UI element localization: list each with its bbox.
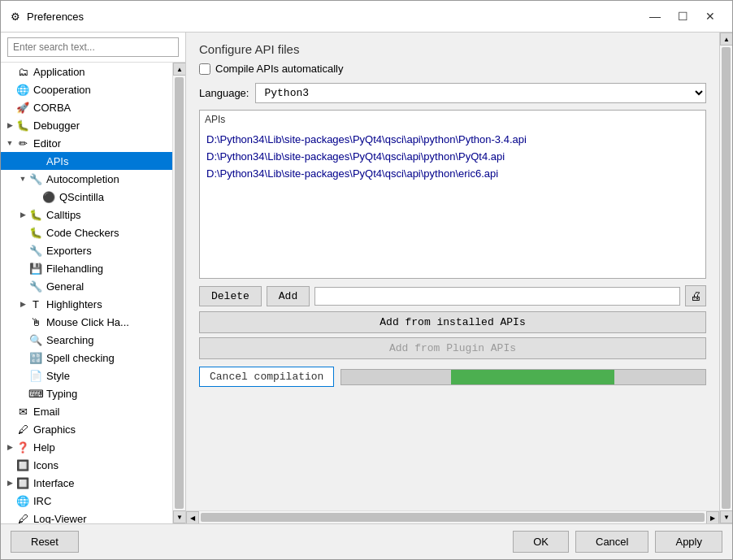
panel-scrollbar[interactable]: ▲ ▼ <box>719 33 732 523</box>
sidebar-item-label-editor: Editor <box>33 137 61 150</box>
icons-icon: 🔲 <box>15 458 30 472</box>
compile-checkbox[interactable] <box>199 63 210 75</box>
sidebar-item-editor[interactable]: ▼✏Editor <box>1 134 172 152</box>
sidebar-item-label-filehandling: Filehandling <box>46 263 103 275</box>
horiz-scroll-right-btn[interactable]: ▶ <box>706 511 719 523</box>
sidebar-item-application[interactable]: 🗂Application <box>1 63 172 80</box>
panel-scroll-thumb[interactable] <box>722 47 731 509</box>
sidebar-item-codecheckers[interactable]: 🐛Code Checkers <box>1 224 172 241</box>
sidebar-item-label-typing: Typing <box>46 388 77 400</box>
language-row: Language: Python3 Python2 C++ JavaScript <box>199 83 706 103</box>
horiz-scrollbar[interactable]: ◀ ▶ <box>186 510 719 523</box>
sidebar-item-typing[interactable]: ⌨Typing <box>1 384 172 402</box>
sidebar-item-logviewer[interactable]: 🖊Log-Viewer <box>1 510 172 523</box>
sidebar-scrollbar[interactable]: ▲ ▼ <box>172 63 185 523</box>
footer-left: Reset <box>11 531 79 553</box>
footer-right: OK Cancel Apply <box>513 531 722 553</box>
sidebar-item-label-exporters: Exporters <box>46 245 92 257</box>
sidebar-item-interface[interactable]: ▶🔲Interface <box>1 474 172 492</box>
sidebar: 🗂Application🌐Cooperation🚀CORBA▶🐛Debugger… <box>1 33 186 523</box>
qscintilla-icon: ⚫ <box>41 189 56 204</box>
scrollbar-down-btn[interactable]: ▼ <box>173 510 185 523</box>
sidebar-item-searching[interactable]: 🔍Searching <box>1 331 172 349</box>
scrollbar-thumb[interactable] <box>175 77 184 509</box>
cooperation-icon: 🌐 <box>15 82 30 97</box>
horiz-scroll-left-btn[interactable]: ◀ <box>186 511 199 523</box>
add-button[interactable]: Add <box>267 286 310 306</box>
titlebar: ⚙ Preferences — ☐ ✕ <box>1 1 732 33</box>
tree-arrow: ▶ <box>4 479 15 487</box>
sidebar-item-apis[interactable]: APIs <box>1 152 172 170</box>
cancel-compile-button[interactable]: Cancel compilation <box>199 367 334 387</box>
sidebar-item-label-email: Email <box>33 406 60 418</box>
typing-icon: ⌨ <box>28 386 43 401</box>
sidebar-inner: 🗂Application🌐Cooperation🚀CORBA▶🐛Debugger… <box>1 63 185 523</box>
sidebar-item-style[interactable]: 📄Style <box>1 367 172 384</box>
sidebar-item-mouseclickha[interactable]: 🖱Mouse Click Ha... <box>1 313 172 331</box>
scrollbar-up-btn[interactable]: ▲ <box>173 63 185 76</box>
language-label: Language: <box>199 87 249 99</box>
calltips-icon: 🐛 <box>28 207 43 222</box>
sidebar-item-label-autocompletion: Autocompletion <box>46 173 119 185</box>
sidebar-item-label-codecheckers: Code Checkers <box>46 227 119 239</box>
sidebar-item-qscintilla[interactable]: ⚫QScintilla <box>1 188 172 206</box>
application-icon: 🗂 <box>15 64 30 79</box>
sidebar-item-label-interface: Interface <box>33 477 75 489</box>
autocompletion-icon: 🔧 <box>28 171 43 186</box>
sidebar-item-cooperation[interactable]: 🌐Cooperation <box>1 80 172 98</box>
panel-scroll-down-btn[interactable]: ▼ <box>720 510 732 523</box>
api-entry: D:\Python34\Lib\site-packages\PyQt4\qsci… <box>206 132 699 149</box>
sidebar-item-debugger[interactable]: ▶🐛Debugger <box>1 116 172 134</box>
maximize-button[interactable]: ☐ <box>670 7 695 25</box>
footer: Reset OK Cancel Apply <box>1 523 732 559</box>
sidebar-item-graphics[interactable]: 🖊Graphics <box>1 420 172 438</box>
tree-arrow: ▶ <box>17 300 28 308</box>
sidebar-item-calltips[interactable]: ▶🐛Calltips <box>1 206 172 224</box>
corba-icon: 🚀 <box>15 100 30 115</box>
apply-button[interactable]: Apply <box>655 531 722 553</box>
sidebar-item-filehandling[interactable]: 💾Filehandling <box>1 259 172 277</box>
close-button[interactable]: ✕ <box>698 7 722 25</box>
file-browse-button[interactable]: 🖨 <box>685 285 706 306</box>
bottom-section: Cancel compilation <box>199 367 706 387</box>
cancel-button[interactable]: Cancel <box>575 531 648 553</box>
help-icon: ❓ <box>15 440 30 454</box>
horiz-scroll-thumb[interactable] <box>201 513 705 522</box>
sidebar-item-autocompletion[interactable]: ▼🔧Autocompletion <box>1 170 172 188</box>
app-icon: ⚙ <box>11 11 20 23</box>
delete-button[interactable]: Delete <box>199 286 262 306</box>
sidebar-item-label-debugger: Debugger <box>33 119 80 132</box>
sidebar-item-label-highlighters: Highlighters <box>46 298 102 310</box>
ok-button[interactable]: OK <box>513 531 569 553</box>
delete-add-row: Delete Add 🖨 <box>199 285 706 306</box>
add-installed-button[interactable]: Add from installed APIs <box>199 311 706 333</box>
sidebar-item-label-icons: Icons <box>33 459 59 471</box>
sidebar-item-spellchecking[interactable]: 🔡Spell checking <box>1 349 172 367</box>
exporters-icon: 🔧 <box>28 243 43 258</box>
tree-arrow: ▼ <box>4 139 15 147</box>
sidebar-item-exporters[interactable]: 🔧Exporters <box>1 241 172 259</box>
file-icon: 🖨 <box>690 289 701 302</box>
highlighters-icon: T <box>28 297 43 311</box>
sidebar-item-help[interactable]: ▶❓Help <box>1 438 172 456</box>
sidebar-item-irc[interactable]: 🌐IRC <box>1 492 172 510</box>
minimize-button[interactable]: — <box>643 7 667 25</box>
sidebar-item-highlighters[interactable]: ▶THighlighters <box>1 295 172 313</box>
sidebar-item-corba[interactable]: 🚀CORBA <box>1 98 172 116</box>
tree-arrow: ▶ <box>4 443 15 451</box>
panel-scroll-up-btn[interactable]: ▲ <box>720 33 732 46</box>
sidebar-item-icons[interactable]: 🔲Icons <box>1 456 172 474</box>
interface-icon: 🔲 <box>15 475 30 490</box>
reset-button[interactable]: Reset <box>11 531 79 553</box>
sidebar-item-general[interactable]: 🔧General <box>1 277 172 295</box>
search-input[interactable] <box>7 37 179 57</box>
language-select[interactable]: Python3 Python2 C++ JavaScript <box>255 83 706 103</box>
sidebar-item-label-general: General <box>46 280 84 293</box>
progress-bar-container <box>340 369 706 385</box>
apis-list[interactable]: D:\Python34\Lib\site-packages\PyQt4\qsci… <box>203 128 702 275</box>
sidebar-item-email[interactable]: ✉Email <box>1 402 172 420</box>
tree-area[interactable]: 🗂Application🌐Cooperation🚀CORBA▶🐛Debugger… <box>1 63 172 523</box>
add-api-input[interactable] <box>314 287 680 306</box>
add-plugin-button[interactable]: Add from Plugin APIs <box>199 337 706 359</box>
email-icon: ✉ <box>15 404 30 419</box>
